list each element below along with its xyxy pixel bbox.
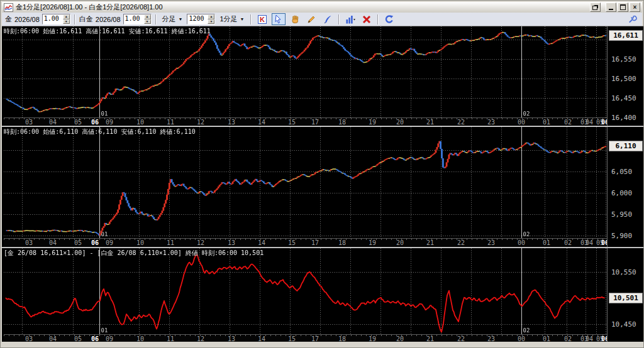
x-axis-hour-label: 04: [586, 119, 593, 126]
close-button[interactable]: ×: [630, 3, 640, 12]
candlestick-chart-icon: K: [257, 14, 267, 24]
platinum-time-axis[interactable]: 0304050609101112131415171819202122230001…: [4, 238, 607, 247]
current-price-box: 10,501: [609, 293, 643, 303]
spin-down-icon[interactable]: ▼: [63, 19, 70, 24]
gold-price-axis[interactable]: 16,55016,50016,45016,40016,611: [607, 26, 644, 126]
delete-cross-button[interactable]: [360, 13, 374, 25]
x-axis-hour-label: 04: [586, 239, 593, 246]
x-axis-hour-label: 17: [311, 119, 319, 126]
float-window-button[interactable]: [590, 3, 601, 12]
y-axis-tick: 16,550: [611, 55, 636, 63]
pan-hand-icon: [290, 14, 300, 24]
toolbar-separator: [155, 14, 157, 24]
select-cursor-button[interactable]: [272, 13, 286, 25]
x-axis-hour-label: 04: [49, 119, 57, 126]
y-axis-tick: 10,450: [611, 320, 636, 329]
x-axis-hour-label: 13: [228, 119, 235, 126]
x-axis-hour-label: 05: [74, 119, 82, 126]
gold-multiplier-value[interactable]: 1.00: [43, 14, 63, 24]
x-axis-hour-label: 03: [25, 239, 33, 246]
indicator-bars-button[interactable]: [343, 13, 357, 25]
spread-info-line: [金 26/08 16,611×1.00] - [白金 26/08 6,110×…: [4, 249, 264, 258]
x-axis-hour-label: 12: [197, 239, 204, 246]
close-icon: ×: [633, 4, 637, 11]
x-axis-hour-label: 01: [543, 239, 550, 246]
spin-up-icon[interactable]: ▲: [144, 14, 151, 19]
gold-chart-canvas[interactable]: [4, 26, 607, 117]
x-axis-hour-label: 05: [74, 239, 82, 246]
x-axis-hour-label: 23: [487, 119, 495, 126]
x-axis-hour-label: 23: [487, 239, 495, 246]
x-axis-hour-label: 15: [288, 239, 296, 246]
platinum-label: 白金: [79, 14, 93, 24]
gold-info-line: 時刻:06:00 始値:16,611 高値:16,611 安値:16,611 終…: [4, 27, 211, 36]
window-controls: ×: [590, 3, 640, 12]
x-axis-hour-label: 00: [518, 119, 525, 126]
x-axis-hour-label: 14: [258, 119, 265, 126]
x-axis-hour-label: 12: [197, 119, 204, 126]
x-axis-hour-label: 20: [396, 239, 404, 246]
gold-panel: 時刻:06:00 始値:16,611 高値:16,611 安値:16,611 終…: [2, 26, 643, 126]
refresh-button[interactable]: [382, 13, 396, 25]
x-axis-hour-label: 03: [25, 119, 33, 126]
x-axis-hour-label: 10: [136, 119, 144, 126]
spread-chart-canvas[interactable]: [4, 248, 607, 334]
x-axis-hour-label: 22: [457, 119, 465, 126]
platinum-chart-canvas[interactable]: [4, 127, 607, 238]
x-axis-hour-label: 20: [396, 119, 404, 126]
candlestick-chart-button[interactable]: K: [255, 13, 269, 25]
current-price-box: 16,611: [609, 30, 643, 41]
x-axis-hour-label: 18: [338, 239, 346, 246]
indicator-bars-icon: [345, 14, 355, 24]
y-axis-tick: 6,050: [611, 168, 632, 176]
toolbar-separator: [338, 14, 340, 24]
y-axis-tick: 16,400: [611, 114, 636, 122]
spin-down-icon[interactable]: ▼: [208, 19, 214, 24]
settings-wrench-icon: [628, 14, 637, 24]
gold-label: 金: [5, 14, 12, 24]
pan-hand-button[interactable]: [288, 13, 302, 25]
bar-type-label: 分足: [162, 14, 176, 24]
x-axis-hour-label: 00: [518, 239, 525, 246]
x-axis-hour-label: 06: [601, 239, 607, 246]
x-axis-hour-label: 02: [564, 119, 572, 126]
spin-up-icon[interactable]: ▲: [63, 14, 70, 19]
maximize-button[interactable]: [618, 3, 628, 12]
x-axis-hour-label: 11: [167, 119, 174, 126]
draw-pencil-button[interactable]: [304, 13, 318, 25]
gold-time-axis[interactable]: 0304050609101112131415171819202122230001…: [4, 117, 607, 126]
y-axis-tick: 10,550: [611, 268, 636, 276]
spread-price-axis[interactable]: 10,55010,45010,501: [607, 248, 644, 343]
y-axis-tick: 16,500: [611, 75, 636, 83]
platinum-price-axis[interactable]: 6,0506,0005,9505,9006,110: [607, 127, 644, 247]
x-axis-hour-label: 11: [167, 239, 174, 246]
platinum-multiplier-input[interactable]: 1.00 ▲▼: [123, 14, 152, 24]
bar-type-dropdown[interactable]: 分足 ▼: [160, 14, 185, 24]
platinum-contract: 2026/08: [96, 16, 121, 23]
bar-count-value[interactable]: 1200: [187, 14, 208, 24]
gold-multiplier-input[interactable]: 1.00 ▲▼: [42, 14, 70, 24]
title-bar[interactable]: 金1分足[2026/08]1.00 - 白金1分足[2026/08]1.00 ×: [2, 2, 642, 13]
x-axis-hour-label: 09: [106, 239, 113, 246]
x-axis-hour-label: 14: [258, 239, 265, 246]
app-window: 金1分足[2026/08]1.00 - 白金1分足[2026/08]1.00 ×…: [0, 0, 644, 348]
x-axis-hour-label: 19: [369, 239, 376, 246]
minimize-button[interactable]: [606, 3, 616, 12]
draw-pencil-icon: [306, 14, 316, 24]
maximize-icon: [620, 4, 626, 10]
y-axis-tick: 16,450: [611, 94, 636, 102]
refresh-icon: [384, 14, 394, 24]
platinum-multiplier-value[interactable]: 1.00: [124, 14, 144, 24]
x-axis-hour-label: 15: [288, 119, 296, 126]
app-icon: [4, 3, 13, 12]
draw-pen-icon: [323, 14, 333, 24]
settings-wrench-button[interactable]: [625, 13, 639, 25]
window-bottom-frame: [2, 342, 643, 346]
svg-text:K: K: [260, 16, 265, 23]
bar-count-input[interactable]: 1200 ▲▼: [187, 14, 215, 24]
x-axis-hour-label: 06: [91, 239, 99, 246]
spin-up-icon[interactable]: ▲: [208, 14, 214, 19]
draw-pen-button[interactable]: [321, 13, 335, 25]
spin-down-icon[interactable]: ▼: [144, 19, 151, 24]
interval-dropdown[interactable]: 1分足 ▼: [218, 14, 246, 24]
